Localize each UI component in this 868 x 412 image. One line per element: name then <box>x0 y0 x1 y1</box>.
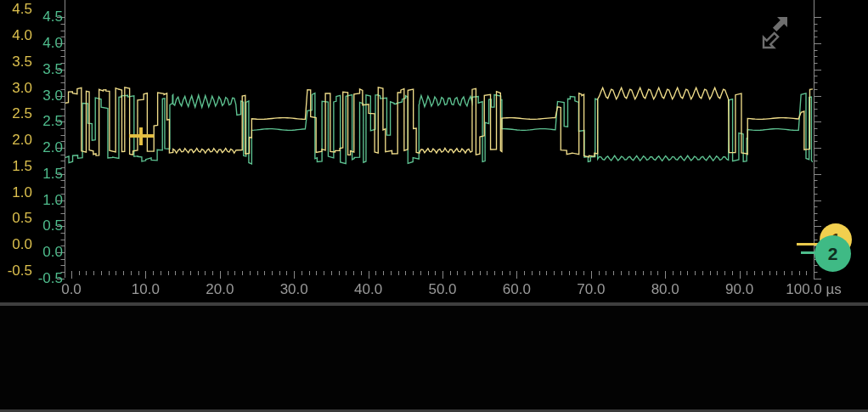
expand-icon[interactable] <box>755 13 796 52</box>
y-axis-label-ch1: 2.5 <box>0 106 32 121</box>
y-axis-label-ch1: -0.5 <box>0 263 32 279</box>
y-axis-label-ch2: 0.0 <box>31 245 63 260</box>
y-axis-label-ch2: 4.0 <box>31 36 63 51</box>
x-axis-label: 50.0 <box>409 281 476 298</box>
y-axis-label-ch2: 3.5 <box>31 62 63 77</box>
y-axis-label-ch2: 2.0 <box>31 140 63 155</box>
x-axis-label: 30.0 <box>260 281 328 298</box>
x-axis-label: 0.0 <box>37 281 105 298</box>
x-axis-label: 80.0 <box>631 281 699 298</box>
y-axis-label-ch1: 1.5 <box>0 159 32 174</box>
y-axis-label-ch2: 3.0 <box>31 88 63 104</box>
y-axis-label-ch2: 2.5 <box>31 114 63 129</box>
trigger-marker-vertical <box>139 127 143 145</box>
y-axis-label-ch1: 4.0 <box>0 28 32 43</box>
y-axis-label-ch1: 4.5 <box>0 2 32 17</box>
y-axis-label-ch1: 3.5 <box>0 54 32 70</box>
waveform-canvas[interactable] <box>0 0 868 302</box>
x-axis-label: 10.0 <box>111 281 179 298</box>
scope-display[interactable]: 4.54.03.53.02.52.01.51.00.50.0-0.5 4.54.… <box>0 0 868 302</box>
y-axis-label-ch2: 1.0 <box>31 193 63 208</box>
y-axis-label-ch1: 2.0 <box>0 133 32 148</box>
y-axis-label-ch1: 0.0 <box>0 237 32 252</box>
y-axis-label-ch1: 3.0 <box>0 81 32 96</box>
x-axis-label: 60.0 <box>482 281 550 298</box>
x-axis-label: 100.0 µs <box>780 281 848 298</box>
oscilloscope-app: 4.54.03.53.02.52.01.51.00.50.0-0.5 4.54.… <box>0 0 868 412</box>
y-axis-label-ch2: 0.5 <box>31 218 63 234</box>
x-axis-label: 70.0 <box>557 281 625 298</box>
y-axis-label-ch2: 1.5 <box>31 166 63 182</box>
x-axis-label: 20.0 <box>186 281 254 298</box>
y-axis-label-ch1: 1.0 <box>0 185 32 200</box>
y-axis-label-ch2: 4.5 <box>31 9 63 25</box>
x-axis-label: 40.0 <box>335 281 403 298</box>
y-axis-label-ch1: 0.5 <box>0 211 32 226</box>
ch2-offset-badge[interactable]: 2 <box>814 235 851 272</box>
x-axis-label: 90.0 <box>706 281 774 298</box>
control-panel: Profile Probe Peak/Filter Invert Couplin… <box>0 306 868 409</box>
